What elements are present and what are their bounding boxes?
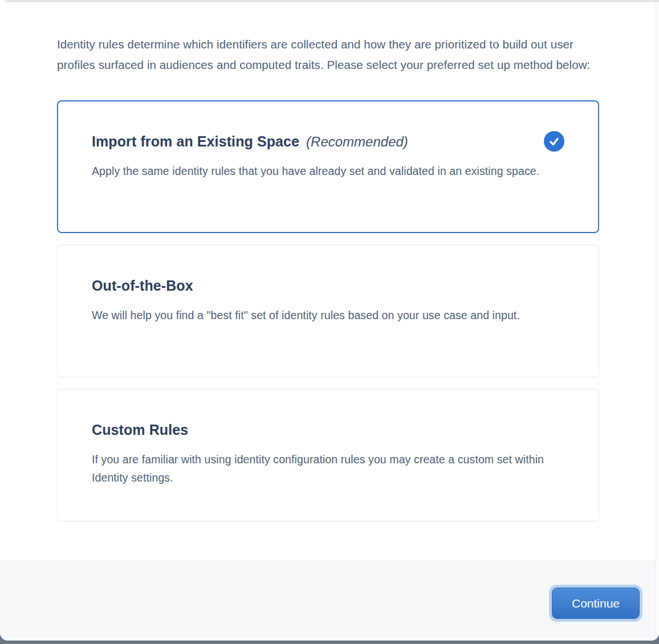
option-title: Import from an Existing Space	[92, 133, 299, 150]
option-title-row: Out-of-the-Box	[92, 278, 193, 294]
modal-footer: Continue	[0, 561, 659, 641]
setup-method-options: Import from an Existing Space (Recommend…	[57, 100, 599, 521]
recommended-badge: (Recommended)	[306, 134, 408, 150]
scrollbar-track[interactable]	[656, 2, 659, 641]
option-description: If you are familiar with using identity …	[92, 450, 564, 487]
option-description: We will help you find a "best fit" set o…	[92, 306, 564, 324]
header-divider	[5, 0, 659, 2]
option-title: Out-of-the-Box	[92, 278, 193, 294]
option-title-row: Import from an Existing Space (Recommend…	[92, 133, 408, 150]
identity-rules-setup-modal: Identity rules determine which identifie…	[0, 0, 659, 641]
option-title: Custom Rules	[92, 422, 188, 438]
option-description: Apply the same identity rules that you h…	[92, 162, 564, 180]
option-card-out-of-the-box[interactable]: Out-of-the-Box We will help you find a "…	[57, 244, 599, 377]
intro-text: Identity rules determine which identifie…	[57, 34, 593, 75]
option-card-header: Import from an Existing Space (Recommend…	[92, 131, 564, 152]
option-card-header: Custom Rules	[92, 419, 564, 440]
option-card-custom-rules[interactable]: Custom Rules If you are familiar with us…	[57, 389, 599, 521]
option-title-row: Custom Rules	[92, 422, 188, 438]
option-card-header: Out-of-the-Box	[92, 275, 564, 296]
continue-button[interactable]: Continue	[552, 588, 640, 619]
selected-check-icon	[544, 131, 564, 152]
option-card-import-existing-space[interactable]: Import from an Existing Space (Recommend…	[57, 100, 599, 233]
